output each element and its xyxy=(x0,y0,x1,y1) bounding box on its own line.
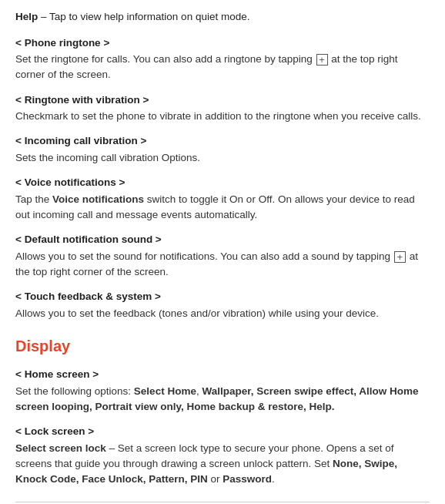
section-voice-notifications: < Voice notifications > Tap the Voice no… xyxy=(15,175,430,223)
section-body-ringtone-vibration: Checkmark to set the phone to vibrate in… xyxy=(15,109,430,124)
section-title-touch-feedback: < Touch feedback & system > xyxy=(15,289,430,304)
section-body-default-notification: Allows you to set the sound for notifica… xyxy=(15,249,430,281)
section-title-default-notification: < Default notification sound > xyxy=(15,232,430,247)
section-title-voice-notifications: < Voice notifications > xyxy=(15,175,430,190)
section-default-notification: < Default notification sound > Allows yo… xyxy=(15,232,430,280)
section-body-home-screen: Set the following options: Select Home, … xyxy=(15,384,430,415)
section-touch-feedback: < Touch feedback & system > Allows you t… xyxy=(15,289,430,321)
section-body-lock-screen: Select screen lock – Set a screen lock t… xyxy=(15,441,430,488)
help-label: Help xyxy=(15,11,38,22)
plus-icon-default-notification: + xyxy=(394,251,406,263)
help-text: – Tap to view help information on quiet … xyxy=(38,11,249,22)
section-title-ringtone-vibration: < Ringtone with vibration > xyxy=(15,92,430,108)
lock-body-or: or xyxy=(208,473,223,485)
plus-icon-phone-ringtone: + xyxy=(316,54,328,66)
section-body-voice-notifications: Tap the Voice notifications switch to to… xyxy=(15,192,430,223)
section-ringtone-vibration: < Ringtone with vibration > Checkmark to… xyxy=(15,92,430,125)
voice-body-bold: Voice notifications xyxy=(52,193,144,205)
home-body-part-1: Set the following options: xyxy=(15,385,134,397)
section-title-phone-ringtone: < Phone ringtone > xyxy=(15,35,430,51)
section-body-touch-feedback: Allows you to set the feedback (tones an… xyxy=(15,306,430,321)
section-title-incoming-vibration: < Incoming call vibration > xyxy=(15,133,430,149)
section-body-phone-ringtone: Set the ringtone for calls. You can also… xyxy=(15,52,430,83)
display-heading: Display xyxy=(15,335,430,358)
section-phone-ringtone: < Phone ringtone > Set the ringtone for … xyxy=(15,35,430,83)
section-title-home-screen: < Home screen > xyxy=(15,367,430,382)
section-incoming-vibration: < Incoming call vibration > Sets the inc… xyxy=(15,133,430,166)
page-number: 72 xyxy=(15,502,430,504)
help-line: Help – Tap to view help information on q… xyxy=(15,9,430,25)
lock-body-period: . xyxy=(272,473,275,485)
section-home-screen: < Home screen > Set the following option… xyxy=(15,367,430,415)
section-body-incoming-vibration: Sets the incoming call vibration Options… xyxy=(15,150,430,166)
lock-body-bold-1: Select screen lock xyxy=(15,442,106,454)
section-lock-screen: < Lock screen > Select screen lock – Set… xyxy=(15,424,430,487)
home-body-bold-1: Select Home xyxy=(134,385,196,397)
lock-body-bold-3: Password xyxy=(222,473,272,485)
section-title-lock-screen: < Lock screen > xyxy=(15,424,430,439)
voice-body-part-1: Tap the xyxy=(15,193,52,205)
